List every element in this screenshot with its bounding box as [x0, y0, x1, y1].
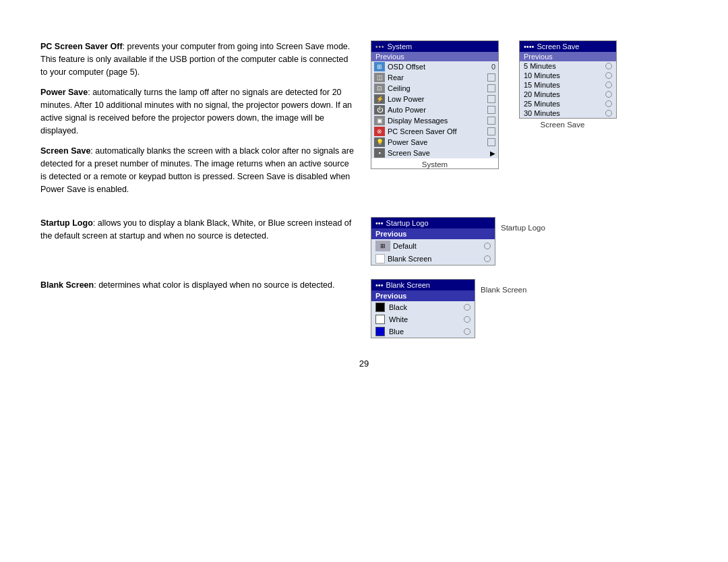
ss-20min-label: 20 Minutes — [524, 90, 603, 98]
blank-panel-caption: Blank Screen — [481, 286, 526, 294]
powersave-check — [487, 138, 495, 146]
ss-30min-label: 30 Minutes — [524, 109, 603, 117]
ss-15min-radio[interactable] — [605, 82, 612, 88]
blank-label: Blank Screen — [388, 255, 431, 263]
screen-save-paragraph: Screen Save: automatically blanks the sc… — [40, 145, 357, 195]
startup-ui-area: ••• Startup Logo Previous ⊞ Default Blan… — [371, 217, 688, 266]
sp-previous[interactable]: Previous — [371, 228, 495, 239]
display-check — [487, 117, 495, 125]
pc-screen-saver-paragraph: PC Screen Saver Off: prevents your compu… — [40, 40, 357, 78]
default-icon: ⊞ — [375, 241, 390, 251]
system-row-osd: ⊞ OSD Offset 0 — [371, 61, 498, 72]
system-row-rear: ◫ Rear — [371, 72, 498, 83]
ss-title-dots: •••• — [524, 42, 534, 51]
ss-10min-label: 10 Minutes — [524, 71, 603, 80]
blank-radio[interactable] — [484, 255, 491, 262]
ss-caption: Screen Save — [508, 121, 617, 129]
pcsaver-check — [487, 127, 495, 135]
startup-section: Startup Logo: allows you to display a bl… — [40, 217, 688, 266]
system-row-display: ▣ Display Messages — [371, 115, 498, 126]
bp-title: ••• Blank Screen — [371, 280, 475, 290]
startup-panel-group: ••• Startup Logo Previous ⊞ Default Blan… — [371, 217, 495, 266]
lowpower-icon: ⚡ — [374, 94, 385, 104]
ss-5min-label: 5 Minutes — [524, 62, 603, 70]
display-label: Display Messages — [388, 117, 485, 125]
black-label: Black — [389, 303, 407, 311]
display-icon: ▣ — [374, 116, 385, 125]
blue-radio[interactable] — [464, 328, 471, 335]
ss-title: •••• Screen Save — [520, 41, 616, 52]
rear-check — [487, 73, 495, 82]
sp-title-dots: ••• — [375, 219, 384, 227]
blank-screen-text: : determines what color is displayed whe… — [94, 280, 334, 290]
osd-value: 0 — [491, 63, 495, 71]
blue-swatch — [375, 327, 385, 336]
ss-25min-radio[interactable] — [605, 100, 612, 107]
ceiling-icon: ⊡ — [374, 84, 385, 93]
screensave-icon: ▪ — [374, 148, 385, 158]
ss-title-text: Screen Save — [537, 42, 579, 51]
ss-25min-label: 25 Minutes — [524, 100, 603, 108]
white-label: White — [389, 315, 408, 323]
ss-row-25min: 25 Minutes — [520, 99, 616, 108]
system-caption: System — [371, 160, 498, 168]
bp-row-blue: Blue — [371, 325, 475, 338]
page-number: 29 — [40, 358, 688, 369]
pcsaver-label: PC Screen Saver Off — [388, 127, 485, 135]
system-row-powersave: 💡 Power Save — [371, 137, 498, 148]
screen-save-panel-group: •••• Screen Save Previous 5 Minutes 10 M… — [508, 40, 617, 129]
power-save-paragraph: Power Save: automatically turns the lamp… — [40, 86, 357, 137]
lowpower-check — [487, 95, 495, 103]
ss-row-15min: 15 Minutes — [520, 80, 616, 90]
default-radio[interactable] — [484, 243, 491, 249]
blank-ui-area: ••• Blank Screen Previous Black White — [371, 279, 688, 338]
blank-panel-group: ••• Blank Screen Previous Black White — [371, 279, 475, 338]
ceiling-label: Ceiling — [388, 84, 485, 92]
lowpower-label: Low Power — [388, 95, 485, 103]
black-swatch — [375, 303, 385, 312]
ss-previous[interactable]: Previous — [520, 52, 616, 61]
screen-save-label: Screen Save — [40, 146, 90, 156]
ss-15min-label: 15 Minutes — [524, 81, 603, 89]
sp-row-blank: Blank Screen — [371, 253, 495, 265]
bp-row-white: White — [371, 313, 475, 325]
system-row-screensave: ▪ Screen Save ▶ — [371, 148, 498, 158]
system-panel-title: ••• System — [371, 41, 498, 52]
ss-20min-radio[interactable] — [605, 91, 612, 98]
system-section: PC Screen Saver Off: prevents your compu… — [40, 40, 688, 204]
system-row-pcsaver: ⊗ PC Screen Saver Off — [371, 126, 498, 137]
blank-screen-panel: ••• Blank Screen Previous Black White — [371, 279, 475, 338]
startup-logo-label: Startup Logo — [40, 218, 93, 228]
screen-save-panel: •••• Screen Save Previous 5 Minutes 10 M… — [519, 40, 617, 119]
blank-section: Blank Screen: determines what color is d… — [40, 279, 688, 338]
power-save-text: : automatically turns the lamp off after… — [40, 88, 352, 135]
autopower-icon: ⏻ — [374, 105, 385, 115]
bp-title-dots: ••• — [375, 281, 384, 289]
ceiling-check — [487, 84, 495, 92]
white-swatch — [375, 315, 385, 324]
startup-panel-caption: Startup Logo — [501, 224, 545, 232]
bp-row-black: Black — [371, 301, 475, 313]
blue-label: Blue — [389, 327, 404, 336]
ss-30min-radio[interactable] — [605, 110, 612, 117]
blank-text: Blank Screen: determines what color is d… — [40, 279, 371, 338]
ss-row-20min: 20 Minutes — [520, 90, 616, 99]
white-radio[interactable] — [464, 316, 471, 323]
osd-icon: ⊞ — [374, 62, 385, 71]
powersave-icon: 💡 — [374, 137, 385, 147]
autopower-label: Auto Power — [388, 106, 485, 114]
screensave-arrow: ▶ — [490, 150, 495, 157]
ss-5min-radio[interactable] — [605, 63, 612, 69]
page: PC Screen Saver Off: prevents your compu… — [0, 0, 728, 562]
ss-10min-radio[interactable] — [605, 72, 612, 79]
system-row-ceiling: ⊡ Ceiling — [371, 83, 498, 94]
bp-title-text: Blank Screen — [386, 281, 430, 289]
system-previous[interactable]: Previous — [371, 52, 498, 61]
black-radio[interactable] — [464, 304, 471, 311]
power-save-label: Power Save — [40, 88, 88, 97]
system-title-text: System — [388, 42, 413, 51]
startup-text: Startup Logo: allows you to display a bl… — [40, 217, 371, 266]
default-label: Default — [393, 242, 417, 250]
startup-logo-panel: ••• Startup Logo Previous ⊞ Default Blan… — [371, 217, 495, 266]
bp-previous[interactable]: Previous — [371, 290, 475, 301]
